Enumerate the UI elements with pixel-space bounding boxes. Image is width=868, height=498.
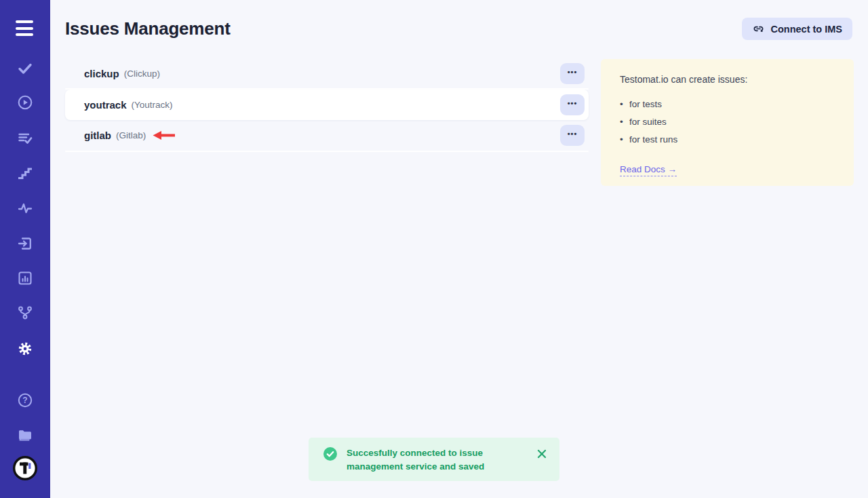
annotation-arrow-icon <box>152 130 176 140</box>
bar-chart-icon <box>17 270 33 286</box>
ims-vendor: (Gitlab) <box>116 130 146 140</box>
ims-vendor: (Clickup) <box>124 69 160 79</box>
svg-text:?: ? <box>22 396 27 405</box>
ims-vendor: (Youtrack) <box>132 100 173 110</box>
info-panel-title: Testomat.io can create issues: <box>620 73 835 86</box>
app-root: ? Issues Management Connect to IMS click… <box>0 0 868 498</box>
row-menu-button[interactable]: ••• <box>560 94 585 115</box>
info-bullet: for suites <box>620 117 835 127</box>
sidebar-item-settings[interactable] <box>17 341 33 357</box>
sidebar-item-projects[interactable] <box>17 427 33 443</box>
info-bullet: for test runs <box>620 135 835 145</box>
toast-message: Succesfully connected to issue managemen… <box>347 446 524 474</box>
sidebar-item-tests[interactable] <box>17 60 33 77</box>
ims-name: youtrack <box>84 99 127 111</box>
sidebar-item-help[interactable]: ? <box>17 392 33 408</box>
branch-fork-icon <box>17 305 33 321</box>
check-icon <box>17 60 33 77</box>
ellipsis-icon: ••• <box>568 130 578 138</box>
info-bullet: for tests <box>620 100 835 109</box>
pulse-icon <box>17 200 33 216</box>
ellipsis-icon: ••• <box>568 69 578 76</box>
close-icon <box>537 449 547 459</box>
sidebar-item-steps[interactable] <box>17 165 33 181</box>
sidebar-item-test-plans[interactable] <box>17 130 33 147</box>
list-check-icon <box>17 130 33 147</box>
ims-name: gitlab <box>84 130 111 141</box>
page-title: Issues Management <box>65 18 231 39</box>
row-divider <box>65 151 589 152</box>
row-menu-button[interactable]: ••• <box>560 63 585 84</box>
row-menu-button[interactable]: ••• <box>560 125 585 146</box>
ellipsis-icon: ••• <box>568 100 578 107</box>
stairs-icon <box>17 165 33 181</box>
connect-to-ims-button[interactable]: Connect to IMS <box>742 18 852 40</box>
info-panel: Testomat.io can create issues: for tests… <box>601 59 854 186</box>
testomatio-logo[interactable] <box>12 455 38 481</box>
sidebar-item-import[interactable] <box>17 235 33 252</box>
ims-row-clickup[interactable]: clickup (Clickup) ••• <box>65 58 589 88</box>
toast-close-button[interactable] <box>535 447 549 463</box>
testomatio-logo-icon <box>12 455 38 481</box>
success-toast: Succesfully connected to issue managemen… <box>309 438 559 481</box>
ims-row-gitlab[interactable]: gitlab (Gitlab) ••• <box>65 120 589 150</box>
ims-name: clickup <box>84 68 119 79</box>
sidebar: ? <box>0 0 50 498</box>
login-arrow-icon <box>17 235 33 252</box>
help-circle-icon: ? <box>17 392 33 408</box>
sidebar-item-branches[interactable] <box>17 305 33 321</box>
ims-row-youtrack[interactable]: youtrack (Youtrack) ••• <box>65 90 589 120</box>
info-bullet-list: for tests for suites for test runs <box>620 100 835 145</box>
link-icon <box>752 22 765 35</box>
sidebar-item-analytics[interactable] <box>17 200 33 216</box>
play-circle-icon <box>17 94 33 111</box>
folder-icon <box>17 426 33 444</box>
menu-toggle-button[interactable] <box>16 20 33 36</box>
read-docs-link[interactable]: Read Docs → <box>620 164 677 176</box>
success-check-icon <box>323 447 337 461</box>
sidebar-item-reports[interactable] <box>17 270 33 286</box>
connect-to-ims-label: Connect to IMS <box>770 24 842 35</box>
sidebar-item-runs[interactable] <box>17 94 33 111</box>
hamburger-icon <box>16 20 33 23</box>
gear-icon <box>17 340 33 358</box>
